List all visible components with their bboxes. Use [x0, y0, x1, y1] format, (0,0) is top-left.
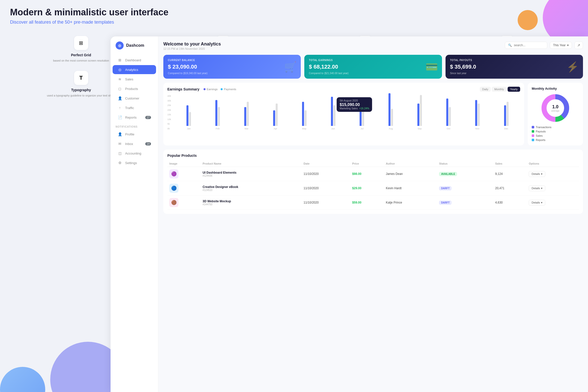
- bar-blue: [273, 110, 275, 126]
- sidebar-item-profile[interactable]: 👤 Profile: [113, 130, 156, 139]
- tooltip-date: 5th August 2020: [340, 99, 369, 102]
- header-datetime: 12:15 PM at 19th November 2020: [163, 47, 221, 50]
- grid-icon: ⊞: [74, 36, 88, 50]
- details-button[interactable]: Details ▾: [529, 171, 545, 177]
- page-subtitle: Discover all features of the 50+ pre-mad…: [10, 20, 578, 25]
- bar-group-dec: Dec: [492, 91, 520, 130]
- sidebar-item-analytics[interactable]: ◎ Analytics: [113, 65, 156, 74]
- product-price-cell: $59.00: [350, 195, 384, 210]
- legend-text: Transactions: [536, 126, 552, 129]
- bar-month-label: Feb: [216, 127, 220, 130]
- sidebar-item-accounting[interactable]: ◫ Accounting: [113, 149, 156, 158]
- product-image: 🟤: [169, 198, 178, 207]
- sidebar-item-inbox[interactable]: ✉ Inbox 14: [113, 139, 156, 148]
- bar-group-mar: Mar: [233, 91, 261, 130]
- stat-compare: Compared to ($19,340.00 last year): [168, 72, 296, 75]
- stat-value: $ 23,090.00: [168, 64, 296, 70]
- product-date-cell: 11/10/2020: [302, 167, 350, 181]
- chevron-down-icon: ▾: [541, 201, 543, 204]
- product-sales-cell: 20,471: [493, 181, 527, 195]
- product-options-cell[interactable]: Details ▾: [527, 167, 579, 181]
- product-author-cell: Kevin Hardt: [384, 181, 437, 195]
- legend-payments: Payments: [221, 88, 236, 91]
- bar-pair: [244, 91, 249, 126]
- bar-gray: [189, 112, 191, 126]
- bar-blue: [417, 104, 419, 126]
- product-status-cell: AVAILABLE: [437, 167, 493, 181]
- settings-icon: ⚙: [118, 161, 122, 165]
- bar-blue: [302, 102, 304, 126]
- sidebar-item-settings[interactable]: ⚙ Settings: [113, 158, 156, 167]
- header-info: Welcome to your Analytics 12:15 PM at 19…: [163, 41, 221, 50]
- charts-section: Earnings Summary Earnings Payments: [163, 83, 583, 145]
- sidebar-item-customer[interactable]: 👤 Customer: [113, 94, 156, 103]
- details-button[interactable]: Details ▾: [529, 200, 545, 206]
- col-sales: Sales: [493, 161, 527, 167]
- legend-text: Reports: [536, 138, 546, 141]
- product-status-cell: DARFT: [437, 195, 493, 210]
- col-image: Image: [167, 161, 201, 167]
- bar-month-label: Mar: [244, 127, 249, 130]
- dashboard-panel: ◎ Dashcom ⊞ Dashboard ◎ Analytics ≋ Sale…: [111, 36, 588, 392]
- time-filter-button[interactable]: This Year ▾: [550, 42, 572, 49]
- stat-compare: Compared to ($21,540.00 last year): [309, 72, 437, 75]
- export-button[interactable]: ↗: [574, 41, 583, 49]
- earnings-dot: [204, 88, 206, 90]
- search-box[interactable]: 🔍: [505, 42, 547, 49]
- feature-desc: based on the most common screen resoluti…: [53, 59, 109, 63]
- col-status: Status: [437, 161, 493, 167]
- earnings-chart-card: Earnings Summary Earnings Payments: [163, 83, 524, 145]
- product-options-cell[interactable]: Details ▾: [527, 181, 579, 195]
- bar-group-sep: Sep: [406, 91, 434, 130]
- reports-color: [532, 139, 534, 141]
- bar-group-jan: Jan: [175, 91, 203, 130]
- product-status-cell: DARFT: [437, 181, 493, 195]
- product-price: $29.00: [352, 186, 361, 190]
- logo-text: Dashcom: [126, 43, 144, 48]
- chevron-down-icon: ▾: [567, 43, 569, 47]
- sidebar-item-reports[interactable]: 📄 Reports 17: [113, 113, 156, 122]
- reports-icon: 📄: [118, 115, 122, 119]
- sidebar-label: Dashboard: [125, 58, 141, 62]
- product-date-cell: 11/10/2020: [302, 181, 350, 195]
- product-options-cell[interactable]: Details ▾: [527, 195, 579, 210]
- stat-label: TOTAL EARNINGS: [309, 59, 437, 62]
- products-table: Image Product Name Date Price Author Sta…: [167, 161, 579, 210]
- sidebar-logo: ◎ Dashcom: [111, 41, 158, 56]
- stat-card-earnings: TOTAL EARNINGS $ 68,122.00 Compared to (…: [304, 55, 442, 79]
- bar-blue: [186, 105, 188, 126]
- sidebar-label: Customer: [125, 96, 139, 100]
- table-body: 🟣 UI Dashboard Elements #124436 11/10/20…: [167, 167, 579, 210]
- stat-card-payouts: TOTAL PAYOUTS $ 35,699.0 Since last year…: [446, 55, 583, 79]
- donut-value: 1.0: [551, 104, 560, 110]
- col-options: Options: [527, 161, 579, 167]
- product-price-cell: $29.00: [350, 181, 384, 195]
- sidebar-item-products[interactable]: ◻ Products: [113, 84, 156, 93]
- header-bar: Welcome to your Analytics 12:15 PM at 19…: [163, 41, 583, 50]
- sidebar-item-traffic[interactable]: ↑ Traffic: [113, 103, 156, 112]
- sidebar-label: Inbox: [125, 142, 133, 146]
- table-header-row: Image Product Name Date Price Author Sta…: [167, 161, 579, 167]
- legend-label: Earnings: [207, 88, 218, 91]
- accounting-icon: ◫: [118, 151, 122, 155]
- search-input[interactable]: [514, 43, 544, 47]
- details-button[interactable]: Details ▾: [529, 185, 545, 191]
- inbox-badge: 14: [145, 142, 151, 145]
- export-icon: ↗: [577, 43, 580, 47]
- bar-pair: [475, 91, 480, 126]
- sidebar-label: Traffic: [125, 106, 134, 110]
- bar-blue: [475, 100, 477, 126]
- stat-label: CURRENT BALANCE: [168, 59, 296, 62]
- legend-sales: Sales: [532, 134, 579, 137]
- sidebar-item-sales[interactable]: ≋ Sales: [113, 75, 156, 84]
- products-table-card: Popular Products Image Product Name Date…: [163, 150, 583, 214]
- feature-title: Perfect Grid: [71, 53, 91, 57]
- bar-month-label: Sep: [418, 127, 422, 130]
- products-icon: ◻: [118, 87, 122, 91]
- product-name: UI Dashboard Elements: [203, 171, 300, 174]
- stat-label: TOTAL PAYOUTS: [450, 59, 578, 62]
- table-row: 🟣 UI Dashboard Elements #124436 11/10/20…: [167, 167, 579, 181]
- main-content: Welcome to your Analytics 12:15 PM at 19…: [158, 36, 588, 392]
- bar-pair: [273, 91, 278, 126]
- sidebar-item-dashboard[interactable]: ⊞ Dashboard: [113, 56, 156, 65]
